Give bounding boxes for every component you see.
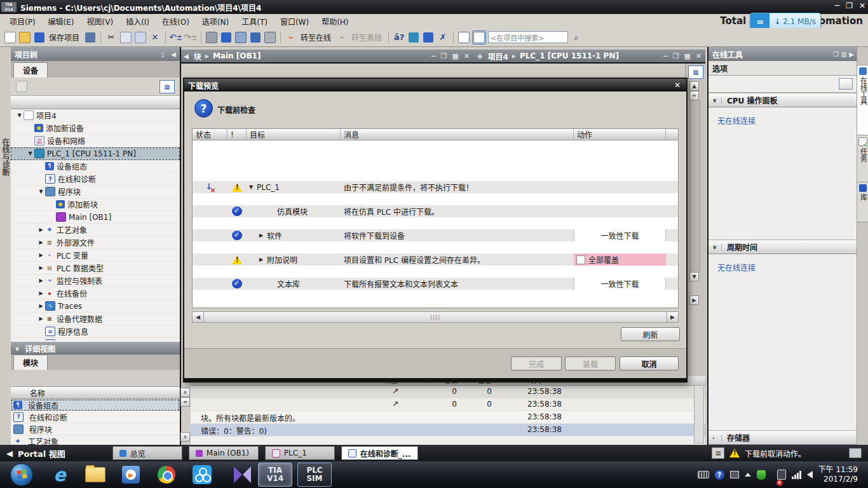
tree-chevron-icon[interactable] xyxy=(37,252,44,258)
tree-item[interactable]: PLC_1 [CPU 1511-1 PN] xyxy=(11,147,180,160)
tree-table-view-icon[interactable]: ▦ xyxy=(159,80,175,93)
editor-maximize-icon[interactable]: ▦ xyxy=(452,52,458,60)
menu-item[interactable]: 工具(T) xyxy=(236,15,273,28)
split-vertical-icon[interactable] xyxy=(472,30,486,44)
tree-item[interactable]: Traces xyxy=(11,300,180,313)
tree-item[interactable]: 工艺对象 xyxy=(11,224,180,236)
scroll-down-icon[interactable]: ∨ xyxy=(180,432,190,442)
compile-icon[interactable] xyxy=(205,31,218,44)
tree-item[interactable]: 程序信息 xyxy=(11,325,180,338)
cut-icon[interactable]: ✂ xyxy=(105,31,118,44)
redo-icon[interactable]: ↷± xyxy=(184,31,197,44)
scroll-up-icon[interactable]: ∧ xyxy=(180,388,190,397)
add-folder-icon[interactable] xyxy=(16,81,27,92)
search-binoculars-icon[interactable]: ⌕ xyxy=(570,31,583,44)
go-online-icon[interactable]: ⌁ xyxy=(285,31,297,44)
project-search-input[interactable]: <在项目中搜索> xyxy=(488,31,568,43)
collapse-panel-icon[interactable]: ▶ xyxy=(849,51,854,58)
editor-restore-icon[interactable]: ❐ xyxy=(673,52,679,60)
collapse-section-icon[interactable]: ∨ xyxy=(15,345,20,352)
tree-chevron-icon[interactable] xyxy=(37,290,44,296)
undo-icon[interactable]: ↶± xyxy=(170,31,182,44)
chevron-down-icon[interactable]: ∨ xyxy=(712,244,722,250)
action-cell[interactable]: 一致性下载 xyxy=(574,229,666,241)
compile-row[interactable]: 块。所有块都是最新版本的。 23:58:38 xyxy=(191,411,705,424)
dialog-titlebar[interactable]: 下载预览 ✕ xyxy=(184,79,686,92)
tree-chevron-icon[interactable] xyxy=(16,112,23,118)
scroll-up-icon[interactable]: ▲ xyxy=(689,81,699,91)
tree-item[interactable]: PLC 监控和报警 xyxy=(11,338,180,341)
expand-chevron-icon[interactable] xyxy=(259,233,267,238)
pin-panel-icon[interactable]: ▯ xyxy=(161,51,165,58)
tree-item[interactable]: Main [OB1] xyxy=(11,211,180,224)
split-horizontal-icon[interactable] xyxy=(458,31,470,44)
detail-list-item[interactable]: 设备组态 xyxy=(11,399,180,411)
download-check-row[interactable]: 附加说明 项目设置和 PLC 编程设置之间存在差异。 全部覆盖 xyxy=(193,254,678,266)
close-icon[interactable]: ✕ xyxy=(859,1,865,10)
menu-item[interactable]: 帮助(H) xyxy=(316,15,354,28)
float-panel-icon[interactable]: ❐ xyxy=(833,51,841,58)
action-cell[interactable]: 全部覆盖 xyxy=(574,254,666,266)
options-mini-button[interactable] xyxy=(839,78,853,90)
tree-item[interactable]: 在线和诊断 xyxy=(11,173,180,186)
open-project-icon[interactable] xyxy=(18,31,31,44)
power-plug-icon[interactable] xyxy=(777,470,786,480)
tree-item[interactable]: 设备和网络 xyxy=(11,135,180,147)
menu-item[interactable]: 选项(N) xyxy=(196,15,234,28)
cancel-button[interactable]: 取消 xyxy=(620,356,679,370)
save-project-label[interactable]: 保存项目 xyxy=(49,32,79,43)
menu-item[interactable]: 插入(I) xyxy=(120,15,155,28)
tree-item[interactable]: 程序块 xyxy=(11,186,180,198)
menu-item[interactable]: 视图(V) xyxy=(81,15,119,28)
goto-arrow-icon[interactable] xyxy=(389,400,402,409)
editor-minimize-icon[interactable]: ─ xyxy=(663,52,668,60)
restore-icon[interactable]: ❐ xyxy=(846,1,853,10)
tree-chevron-icon[interactable] xyxy=(27,151,34,156)
memory-section-header[interactable]: › 存储器 xyxy=(709,430,865,445)
compile-row[interactable]: 0 0 23:58:38 xyxy=(191,386,705,398)
editor-minimize-icon[interactable]: ─ xyxy=(431,52,436,60)
menu-item[interactable]: 在线(O) xyxy=(156,15,195,28)
new-project-icon[interactable] xyxy=(4,31,17,44)
online-diagnostics-toolbar-icon[interactable]: å? xyxy=(393,31,405,44)
scroll-left-icon[interactable]: ◀ xyxy=(193,312,204,322)
editor-maximize-icon[interactable]: ▦ xyxy=(684,52,690,60)
refresh-button[interactable]: 刷新 xyxy=(621,327,680,341)
detail-list-item[interactable]: 在线和诊断 xyxy=(11,411,180,423)
scroll-thumb[interactable]: |||| xyxy=(204,312,667,322)
tree-item[interactable]: 设备组态 xyxy=(11,160,180,173)
editor-close-icon[interactable]: ✕ xyxy=(696,52,702,60)
tree-chevron-icon[interactable] xyxy=(37,278,44,283)
taskbar-tia-portal-button[interactable]: TIA V14 xyxy=(258,463,292,487)
download-to-device-icon[interactable] xyxy=(220,31,233,44)
start-cpu-icon[interactable] xyxy=(249,31,262,44)
start-button[interactable] xyxy=(10,463,33,486)
delete-icon[interactable]: ✕ xyxy=(149,31,161,44)
editor-restore-icon[interactable]: ❐ xyxy=(441,52,447,60)
taskbar-ie-icon[interactable]: e xyxy=(48,464,71,485)
tab-modules[interactable]: 模块 xyxy=(13,355,48,370)
tab-devices[interactable]: 设备 xyxy=(13,62,48,78)
taskbar-kmplayer-icon[interactable] xyxy=(226,464,249,485)
keyboard-icon[interactable] xyxy=(698,471,709,478)
download-check-row[interactable]: PLC_1 由于不满足前提条件，将不执行下载！ xyxy=(193,181,678,193)
tree-item[interactable]: 添加新设备 xyxy=(11,122,180,135)
compile-row[interactable]: 0 0 23:58:38 xyxy=(191,398,705,411)
editor-tab-button[interactable]: Main (OB1) xyxy=(189,446,259,460)
editor-tab-button[interactable]: PLC_1 xyxy=(265,446,335,460)
taskbar-clock[interactable]: 下午 11:59 2017/2/9 xyxy=(818,465,863,484)
cycle-time-section-header[interactable]: ∨ 周期时间 xyxy=(709,240,858,254)
paste-icon[interactable] xyxy=(134,31,147,44)
editor-plc1-titlebar[interactable]: ⊜ 项目4 ▶ PLC_1 [CPU 1511-1 PN] ─ ❐ ▦ ✕ xyxy=(473,50,705,64)
tree-chevron-icon[interactable] xyxy=(37,316,44,322)
chevron-right-icon[interactable]: › xyxy=(712,435,722,441)
copy-icon[interactable] xyxy=(119,31,132,44)
menu-item[interactable]: 项目(P) xyxy=(4,15,41,28)
menu-item[interactable]: 窗口(W) xyxy=(275,15,315,28)
print-icon[interactable] xyxy=(84,31,97,44)
cpu-panel-section-header[interactable]: ∨ CPU 操作面板 xyxy=(709,93,858,107)
editor-overview-icon[interactable]: ▤ xyxy=(712,447,724,459)
tree-chevron-icon[interactable] xyxy=(37,303,44,309)
detail-list-item[interactable]: 程序块 xyxy=(11,423,180,435)
taskbar-explorer-icon[interactable] xyxy=(84,464,107,485)
